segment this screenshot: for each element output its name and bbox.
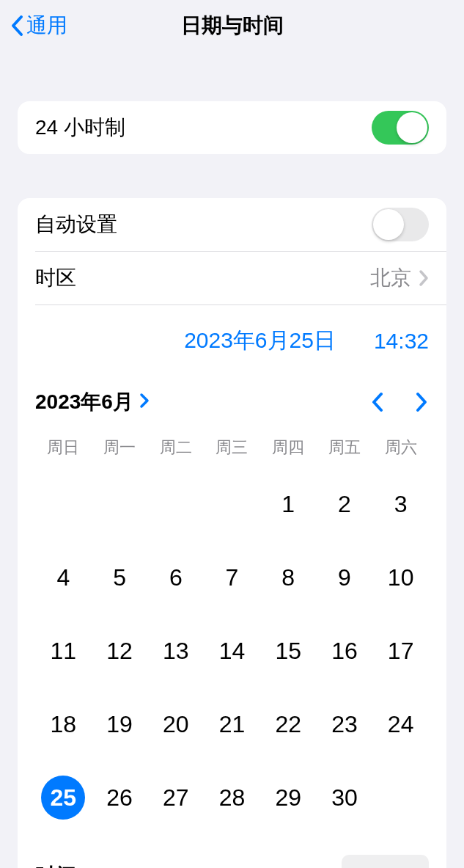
calendar-empty-cell: [147, 467, 204, 541]
calendar-day[interactable]: 8: [260, 541, 317, 614]
calendar-day[interactable]: 24: [372, 688, 429, 761]
calendar-day[interactable]: 17: [372, 614, 429, 688]
calendar-day-number: 5: [113, 564, 126, 591]
chevron-left-icon: [370, 391, 385, 413]
calendar-empty-cell: [92, 467, 148, 541]
chevron-right-icon: [139, 390, 150, 414]
calendar-day[interactable]: 20: [147, 688, 204, 761]
calendar-day-number: 19: [106, 711, 133, 738]
calendar-day[interactable]: 22: [260, 688, 317, 761]
current-datetime-row: 2023年6月25日 14:32: [18, 305, 446, 368]
calendar-day[interactable]: 10: [372, 541, 429, 614]
calendar-day-number: 18: [51, 711, 77, 738]
calendar-day-number: 8: [281, 564, 295, 591]
calendar-day[interactable]: 3: [372, 467, 429, 541]
calendar-empty-cell: [35, 467, 92, 541]
calendar-day[interactable]: 7: [204, 541, 260, 614]
weekday-label: 周五: [317, 434, 373, 462]
weekday-label: 周日: [35, 434, 92, 462]
calendar-day-number: 28: [219, 784, 246, 812]
calendar-day-number: 23: [331, 711, 358, 738]
calendar-day[interactable]: 27: [147, 761, 204, 834]
calendar-month-button[interactable]: 2023年6月: [35, 388, 150, 416]
row-autoset: 自动设置: [18, 198, 446, 251]
calendar-day-number: 30: [331, 784, 358, 812]
calendar-day-number: 3: [394, 491, 408, 518]
calendar-day-number: 11: [51, 638, 77, 665]
calendar-day[interactable]: 2: [317, 467, 373, 541]
calendar-day[interactable]: 14: [204, 614, 260, 688]
calendar-day-number: 22: [275, 711, 301, 738]
calendar-day[interactable]: 18: [35, 688, 92, 761]
calendar-day[interactable]: 11: [35, 614, 92, 688]
calendar-day[interactable]: 5: [92, 541, 148, 614]
calendar-day-number: 15: [275, 638, 301, 665]
calendar-day-number: 13: [163, 638, 189, 665]
calendar-day[interactable]: 25: [35, 761, 92, 834]
back-button[interactable]: 通用: [0, 12, 67, 40]
timezone-value: 北京: [370, 264, 411, 292]
chevron-right-icon: [414, 391, 429, 413]
calendar-empty-cell: [204, 467, 260, 541]
calendar-day-number: 27: [163, 784, 189, 812]
calendar-day-number: 21: [219, 711, 246, 738]
row-timezone[interactable]: 时区 北京: [18, 252, 446, 304]
calendar-month-label: 2023年6月: [35, 388, 133, 416]
autoset-label: 自动设置: [35, 211, 117, 238]
weekday-label: 周一: [92, 434, 148, 462]
weekday-label: 周四: [260, 434, 317, 462]
timezone-label: 时区: [35, 264, 76, 292]
calendar-day[interactable]: 9: [317, 541, 373, 614]
back-label: 通用: [26, 12, 67, 40]
calendar-day-number: 17: [388, 638, 414, 665]
chevron-right-icon: [419, 269, 429, 287]
toggle-knob: [373, 209, 404, 240]
time-picker[interactable]: 14:32: [342, 855, 429, 868]
calendar-day[interactable]: 21: [204, 688, 260, 761]
clock24-toggle[interactable]: [372, 111, 429, 145]
calendar-day-number: 14: [219, 638, 246, 665]
clock24-label: 24 小时制: [35, 114, 125, 142]
calendar-day-number: 26: [106, 784, 133, 812]
time-label: 时间: [35, 862, 76, 868]
calendar-day-number: 2: [338, 491, 351, 518]
calendar-day[interactable]: 26: [92, 761, 148, 834]
calendar-day[interactable]: 29: [260, 761, 317, 834]
calendar-day[interactable]: 16: [317, 614, 373, 688]
calendar-day-number: 9: [338, 564, 351, 591]
calendar-day-number: 6: [169, 564, 183, 591]
toggle-knob: [397, 112, 427, 143]
chevron-left-icon: [10, 15, 23, 37]
autoset-toggle[interactable]: [372, 208, 429, 241]
calendar-day-number: 12: [106, 638, 133, 665]
calendar-day-number: 24: [388, 711, 414, 738]
calendar-day[interactable]: 6: [147, 541, 204, 614]
weekday-label: 周二: [147, 434, 204, 462]
current-date[interactable]: 2023年6月25日: [184, 326, 336, 356]
calendar-day[interactable]: 30: [317, 761, 373, 834]
row-24hour: 24 小时制: [18, 101, 446, 154]
calendar-day[interactable]: 13: [147, 614, 204, 688]
calendar-day[interactable]: 23: [317, 688, 373, 761]
calendar-day-number: 10: [388, 564, 414, 591]
current-time[interactable]: 14:32: [374, 329, 429, 354]
calendar-day-number: 4: [56, 564, 70, 591]
calendar-next-button[interactable]: [414, 391, 429, 413]
calendar-day-number: 29: [275, 784, 301, 812]
calendar-day-number: 16: [331, 638, 358, 665]
calendar-day-number: 20: [163, 711, 189, 738]
calendar-day[interactable]: 19: [92, 688, 148, 761]
calendar-day[interactable]: 15: [260, 614, 317, 688]
calendar-day[interactable]: 12: [92, 614, 148, 688]
calendar-day-number: 1: [281, 491, 295, 518]
page-title: 日期与时间: [181, 12, 284, 40]
calendar-day-number: 7: [226, 564, 239, 591]
weekday-label: 周六: [372, 434, 429, 462]
calendar-day[interactable]: 28: [204, 761, 260, 834]
calendar-prev-button[interactable]: [370, 391, 385, 413]
calendar-day[interactable]: 4: [35, 541, 92, 614]
calendar-day[interactable]: 1: [260, 467, 317, 541]
weekday-label: 周三: [204, 434, 260, 462]
calendar-day-number: 25: [41, 776, 85, 820]
time-row: 时间 14:32: [18, 849, 446, 868]
